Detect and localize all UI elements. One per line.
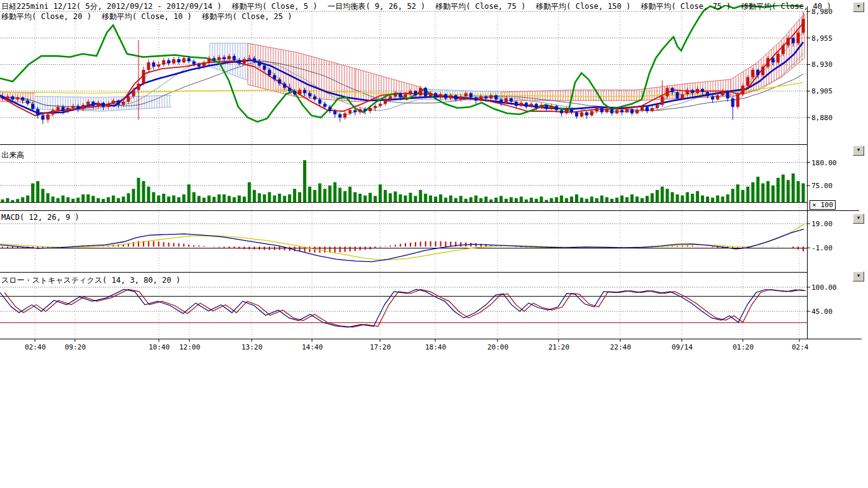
time-axis-label: 21:20 [548, 343, 569, 351]
macd-axis-label: 19.00 [811, 220, 832, 228]
price-axis-label: 8,930 [811, 60, 832, 69]
volume-axis-label: 75.00 [811, 182, 832, 190]
price-axis-label: 8,905 [811, 87, 832, 95]
indicator-legend-item: 移動平均( Close, 75 ) [641, 1, 731, 12]
time-axis-label: 10:40 [149, 343, 170, 351]
price-axis-label: 8,955 [811, 34, 832, 43]
indicator-legend-item: 移動平均( Close, 25 ) [202, 11, 292, 22]
chart-title: 日経225mini 12/12( 5分, 2012/09/12 - 2012/0… [1, 1, 222, 12]
time-axis-label: 18:40 [425, 343, 446, 351]
price-axis-label: 8,980 [811, 8, 832, 16]
chart-plot-area[interactable] [0, 0, 868, 488]
volume-multiplier-badge: × 100 [810, 200, 836, 210]
chevron-down-icon: ▼ [853, 272, 864, 280]
indicator-legend-item: 一目均衡表( 9, 26, 52 ) [327, 1, 425, 12]
time-axis-label: 09:20 [65, 343, 86, 351]
time-axis-label: 01:20 [733, 343, 754, 351]
time-axis-label: 17:20 [370, 343, 391, 351]
time-axis-label: 14:40 [302, 343, 323, 351]
indicator-legend-row1: 日経225mini 12/12( 5分, 2012/09/12 - 2012/0… [1, 1, 831, 12]
time-axis-label: 12:00 [179, 343, 200, 351]
price-axis-label: 8,880 [811, 114, 832, 122]
volume-panel-label: 出来高 [1, 150, 24, 161]
indicator-legend-item: 移動平均( Close, 75 ) [435, 1, 526, 12]
time-axis-label: 02:40 [25, 343, 46, 351]
indicator-legend-row2: 移動平均( Close, 20 ) 移動平均( Close, 10 ) 移動平均… [1, 11, 292, 22]
volume-panel-dropdown-button[interactable]: ▼ [853, 146, 864, 156]
indicator-legend-item: 移動平均( Close, 150 ) [536, 1, 630, 12]
time-axis-label: 09/14 [672, 343, 693, 351]
time-axis-label: 22:40 [610, 343, 631, 351]
time-axis-label: 20:00 [487, 343, 508, 351]
macd-panel-label: MACD( 12, 26, 9 ) [1, 213, 79, 222]
time-axis-label: 13:20 [241, 343, 262, 351]
chevron-down-icon: ▼ [853, 3, 864, 11]
indicator-legend-item: 移動平均( Close, 5 ) [232, 1, 318, 12]
stochastics-panel-label: スロー・ストキャスティクス( 14, 3, 80, 20 ) [1, 275, 180, 286]
chevron-down-icon: ▼ [853, 146, 864, 154]
stoch-axis-label: 100.00 [811, 283, 837, 292]
chevron-down-icon: ▼ [853, 214, 864, 222]
stoch-axis-label: 45.00 [811, 308, 832, 316]
volume-axis-label: 180.00 [811, 159, 837, 167]
stoch-panel-dropdown-button[interactable]: ▼ [853, 271, 864, 281]
price-panel-dropdown-button[interactable]: ▼ [853, 2, 864, 12]
indicator-legend-item: 移動平均( Close, 10 ) [102, 11, 192, 22]
indicator-legend-item: 移動平均( Close, 20 ) [1, 11, 92, 22]
time-axis-label: 02:4 [792, 343, 809, 351]
macd-axis-label: -1.00 [811, 244, 832, 252]
macd-panel-dropdown-button[interactable]: ▼ [853, 214, 864, 224]
chart-application-window: 日経225mini 12/12( 5分, 2012/09/12 - 2012/0… [0, 0, 868, 488]
